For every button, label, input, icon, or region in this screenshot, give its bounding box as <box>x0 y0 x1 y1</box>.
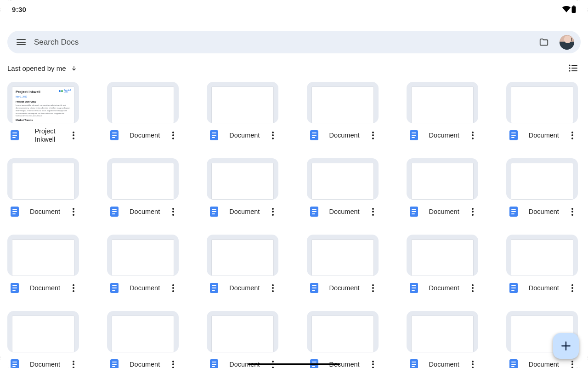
more-options-button[interactable] <box>368 130 379 140</box>
more-vertical-icon <box>73 207 74 217</box>
menu-button[interactable] <box>12 33 30 52</box>
document-title: Document <box>24 360 66 368</box>
more-options-button[interactable] <box>368 283 379 293</box>
document-thumbnail[interactable] <box>307 235 379 276</box>
svg-point-2 <box>569 64 570 66</box>
docs-icon <box>207 207 221 217</box>
clock: 9:30 <box>12 6 26 13</box>
search-bar[interactable]: Search Docs <box>7 31 581 53</box>
document-thumbnail[interactable] <box>107 82 179 123</box>
document-thumbnail[interactable] <box>407 158 478 200</box>
more-options-button[interactable] <box>68 359 79 368</box>
docs-icon <box>506 207 521 217</box>
document-title: Document <box>523 284 565 292</box>
more-vertical-icon <box>272 207 274 217</box>
docs-icon <box>307 207 322 217</box>
document-thumbnail[interactable] <box>407 82 478 123</box>
list-view-button[interactable] <box>568 63 579 74</box>
document-thumbnail[interactable] <box>307 158 379 200</box>
folder-button[interactable] <box>535 33 553 52</box>
sort-control[interactable]: Last opened by me <box>7 64 77 72</box>
more-options-button[interactable] <box>567 359 578 368</box>
document-thumbnail[interactable] <box>207 158 278 200</box>
document-title: Document <box>124 131 166 139</box>
more-options-button[interactable] <box>267 130 278 140</box>
more-options-button[interactable] <box>467 283 478 293</box>
document-card: Document <box>506 158 578 222</box>
document-title: Document <box>423 360 465 368</box>
docs-icon <box>207 359 221 368</box>
docs-icon <box>207 130 221 140</box>
more-vertical-icon <box>73 130 74 140</box>
document-thumbnail[interactable] <box>107 235 179 276</box>
document-thumbnail[interactable] <box>307 311 379 352</box>
more-options-button[interactable] <box>567 283 578 293</box>
document-thumbnail[interactable] <box>506 82 578 123</box>
more-options-button[interactable] <box>68 130 79 140</box>
more-options-button[interactable] <box>168 359 179 368</box>
more-vertical-icon <box>472 359 474 368</box>
document-card: Document <box>207 158 278 222</box>
document-thumbnail[interactable] <box>107 158 179 200</box>
more-options-button[interactable] <box>68 207 79 217</box>
more-options-button[interactable] <box>368 359 379 368</box>
more-options-button[interactable] <box>567 130 578 140</box>
document-thumbnail[interactable] <box>207 311 278 352</box>
search-input[interactable]: Search Docs <box>34 38 531 47</box>
more-options-button[interactable] <box>68 283 79 293</box>
document-title: Document <box>223 284 266 292</box>
navigation-handle[interactable] <box>248 363 340 365</box>
more-options-button[interactable] <box>267 283 278 293</box>
status-icons <box>562 6 576 13</box>
docs-icon <box>506 283 521 293</box>
more-options-button[interactable] <box>467 130 478 140</box>
document-thumbnail[interactable] <box>7 158 79 200</box>
document-thumbnail[interactable] <box>407 235 478 276</box>
document-title: Document <box>523 131 565 139</box>
more-options-button[interactable] <box>467 359 478 368</box>
document-title: Document <box>323 207 366 216</box>
document-title: ProjectInkwell <box>24 127 66 144</box>
document-thumbnail[interactable] <box>7 311 79 352</box>
document-thumbnail[interactable] <box>407 311 478 352</box>
document-title: Document <box>24 207 66 216</box>
more-options-button[interactable] <box>368 207 379 217</box>
document-thumbnail[interactable] <box>7 235 79 276</box>
more-options-button[interactable] <box>467 207 478 217</box>
new-document-fab[interactable] <box>553 333 579 359</box>
more-options-button[interactable] <box>567 207 578 217</box>
document-thumbnail[interactable] <box>207 82 278 123</box>
more-vertical-icon <box>272 130 274 140</box>
document-title: Document <box>223 207 266 216</box>
docs-icon <box>7 130 22 140</box>
more-options-button[interactable] <box>168 207 179 217</box>
document-title: Document <box>523 360 565 368</box>
svg-rect-5 <box>571 68 577 69</box>
more-vertical-icon <box>172 207 174 217</box>
document-card: Document <box>107 158 179 222</box>
more-vertical-icon <box>172 130 174 140</box>
svg-point-6 <box>569 70 570 71</box>
more-vertical-icon <box>571 283 573 293</box>
more-vertical-icon <box>272 283 274 293</box>
document-title: Document <box>124 284 166 292</box>
document-card: Document <box>407 311 478 368</box>
more-options-button[interactable] <box>267 207 278 217</box>
more-vertical-icon <box>571 130 573 140</box>
svg-rect-0 <box>573 6 575 6</box>
document-card: Document <box>207 82 278 145</box>
document-thumbnail[interactable] <box>307 82 379 123</box>
document-thumbnail[interactable] <box>506 158 578 200</box>
account-avatar[interactable] <box>560 35 574 50</box>
docs-icon <box>307 130 322 140</box>
document-thumbnail[interactable]: CymbolLabsProject InkwellMay 1, 2023Proj… <box>7 82 79 123</box>
more-options-button[interactable] <box>168 283 179 293</box>
document-thumbnail[interactable] <box>506 235 578 276</box>
more-vertical-icon <box>571 207 573 217</box>
more-options-button[interactable] <box>168 130 179 140</box>
document-thumbnail[interactable] <box>107 311 179 352</box>
document-card: Document <box>407 82 478 145</box>
docs-icon <box>407 130 421 140</box>
document-card: Document <box>7 311 79 368</box>
document-thumbnail[interactable] <box>207 235 278 276</box>
